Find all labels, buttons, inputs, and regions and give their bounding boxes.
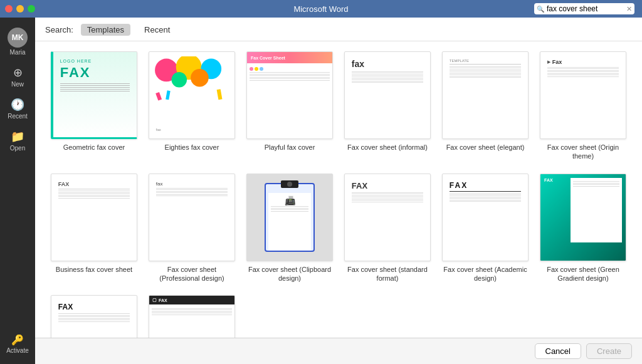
template-label-green-gradient: Fax cover sheet (Green Gradient design) — [540, 265, 626, 283]
titlebar: Microsoft Word 🔍 ✕ — [0, 0, 642, 18]
template-professional[interactable]: fax Fax cover sheet (Professional design… — [148, 174, 236, 283]
svg-rect-7 — [216, 89, 222, 100]
svg-rect-6 — [166, 90, 171, 100]
svg-point-3 — [171, 72, 186, 87]
template-thumb-playful: Fax Cover Sheet — [246, 51, 333, 139]
sidebar-user-label: Maria — [9, 49, 25, 56]
sidebar-item-new[interactable]: ⊕ New — [3, 62, 33, 91]
template-label-origin: Fax cover sheet (Origin theme) — [540, 143, 626, 161]
template-label-business: Business fax cover sheet — [56, 265, 132, 274]
sidebar-item-user[interactable]: MK Maria — [3, 24, 33, 60]
search-label: Search: — [45, 25, 73, 34]
template-label-elegant: Fax cover sheet (elegant) — [446, 143, 525, 152]
search-row: Search: Templates Recent — [35, 18, 642, 41]
template-label-playful: Playful fax cover — [265, 143, 315, 152]
maximize-button[interactable] — [28, 5, 35, 13]
cancel-button[interactable]: Cancel — [535, 343, 581, 359]
template-origin[interactable]: ▶ Fax Fax cover sheet (Origin theme) — [539, 51, 627, 161]
template-academic[interactable]: FAX Fax cover sheet (Academic design) — [441, 174, 529, 283]
main-layout: MK Maria ⊕ New 🕐 Recent 📁 Open 🔑 Activat… — [0, 18, 642, 364]
template-thumb-equity: FAX — [51, 295, 137, 338]
template-eighties[interactable]: fax Eighties fax cover — [148, 51, 236, 161]
template-thumb-green-gradient: FAX — [540, 174, 626, 261]
sidebar-recent-label: Recent — [8, 113, 28, 120]
templates-grid: LOGO HERE FAX Geometric fax cover — [35, 41, 642, 338]
search-bar: 🔍 ✕ — [534, 3, 634, 14]
open-icon: 📁 — [11, 130, 24, 143]
template-informal[interactable]: fax Fax cover sheet (informal) — [344, 51, 431, 161]
traffic-lights — [5, 5, 35, 13]
template-label-standard: Fax cover sheet (standard format) — [344, 265, 431, 283]
sidebar-item-recent[interactable]: 🕐 Recent — [3, 94, 33, 123]
content-area: Search: Templates Recent LOGO HERE FAX — [35, 18, 642, 364]
template-thumb-origin: ▶ Fax — [540, 51, 626, 139]
sidebar-item-activate[interactable]: 🔑 Activate — [3, 330, 33, 358]
tab-templates[interactable]: Templates — [81, 24, 130, 36]
template-thumb-business: FAX — [51, 174, 137, 261]
template-label-informal: Fax cover sheet (informal) — [347, 143, 428, 152]
activate-icon: 🔑 — [11, 334, 24, 346]
footer: Cancel Create — [35, 338, 642, 364]
tab-recent[interactable]: Recent — [138, 24, 176, 36]
new-icon: ⊕ — [13, 66, 23, 80]
template-median[interactable]: ▢FAX Fax (Median theme) — [148, 295, 236, 338]
svg-rect-5 — [155, 92, 162, 101]
sidebar-item-open[interactable]: 📁 Open — [3, 126, 33, 155]
create-button[interactable]: Create — [586, 343, 632, 359]
avatar: MK — [8, 28, 28, 48]
template-playful[interactable]: Fax Cover Sheet — [246, 51, 334, 161]
template-standard[interactable]: FAX Fax cover sheet (standard format) — [344, 174, 431, 283]
template-thumb-standard: FAX — [344, 174, 431, 261]
template-label-professional: Fax cover sheet (Professional design) — [149, 265, 235, 283]
svg-point-4 — [191, 69, 209, 87]
template-elegant[interactable]: TEMPLATE Fax cover sheet (elegant) — [441, 51, 529, 161]
app-title: Microsoft Word — [293, 4, 348, 14]
search-icon: 🔍 — [537, 6, 544, 13]
template-thumb-eighties: fax — [149, 51, 235, 139]
sidebar-new-label: New — [11, 81, 24, 88]
template-label-clipboard: Fax cover sheet (Clipboard design) — [246, 265, 333, 283]
template-label-academic: Fax cover sheet (Academic design) — [442, 265, 529, 283]
template-thumb-academic: FAX — [442, 174, 529, 261]
template-label-geometric: Geometric fax cover — [63, 143, 125, 152]
template-thumb-geometric: LOGO HERE FAX — [51, 51, 137, 139]
sidebar-activate-label: Activate — [6, 347, 29, 354]
template-label-eighties: Eighties fax cover — [165, 143, 219, 152]
template-thumb-elegant: TEMPLATE — [442, 51, 529, 139]
search-clear-icon[interactable]: ✕ — [626, 5, 632, 13]
template-business[interactable]: FAX Business fax cover sheet — [50, 174, 138, 283]
sidebar: MK Maria ⊕ New 🕐 Recent 📁 Open 🔑 Activat… — [0, 18, 35, 364]
template-thumb-professional: fax — [149, 174, 235, 261]
template-geometric[interactable]: LOGO HERE FAX Geometric fax cover — [50, 51, 138, 161]
template-clipboard[interactable]: 📠 Fax cover sheet (Clipboard design) — [246, 174, 334, 283]
template-green-gradient[interactable]: FAX Fax cover sheet (Green Gradient desi… — [539, 174, 627, 283]
close-button[interactable] — [5, 5, 13, 13]
recent-icon: 🕐 — [11, 98, 24, 112]
search-input[interactable] — [534, 3, 634, 14]
template-thumb-median: ▢FAX — [149, 295, 235, 338]
sidebar-open-label: Open — [10, 145, 25, 152]
template-equity[interactable]: FAX Fax (Equity theme) — [50, 295, 138, 338]
template-thumb-informal: fax — [344, 51, 431, 139]
sidebar-bottom: 🔑 Activate — [3, 330, 33, 358]
template-thumb-clipboard: 📠 — [246, 174, 333, 261]
minimize-button[interactable] — [16, 5, 24, 13]
